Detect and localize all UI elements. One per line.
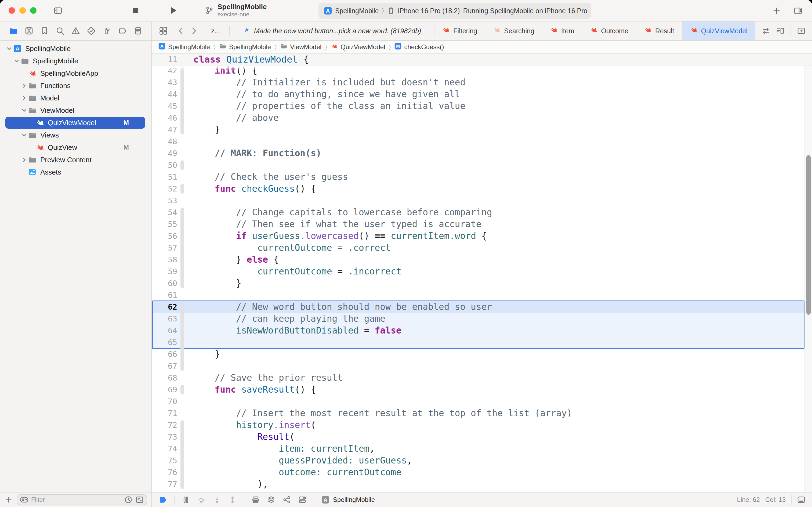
line-number[interactable]: 58 [152, 255, 177, 264]
code-line-77[interactable]: 77 ), [152, 478, 805, 490]
sidebar-item-preview-content[interactable]: Preview Content [0, 154, 152, 166]
breadcrumb-item-viewmodel[interactable]: ViewModel [280, 43, 322, 51]
code-line-74[interactable]: 74 item: currentItem, [152, 443, 805, 455]
sidebar-item-model[interactable]: Model [0, 92, 152, 104]
code-line-73[interactable]: 73 Result( [152, 431, 805, 443]
disclosure-chevron-icon[interactable] [20, 83, 28, 88]
code-line-63[interactable]: 63 // can keep playing the game [152, 313, 805, 325]
code-line-52[interactable]: 52 func checkGuess() { [152, 183, 805, 195]
line-number[interactable]: 61 [152, 291, 177, 300]
sidebar-item-quizview[interactable]: QuizViewM [0, 141, 152, 154]
issue-navigator-icon[interactable] [70, 25, 81, 37]
line-number[interactable]: 77 [152, 480, 177, 489]
line-number[interactable]: 62 [152, 302, 177, 312]
disclosure-chevron-icon[interactable] [20, 157, 28, 163]
breakpoints-toggle-icon[interactable] [159, 496, 167, 504]
running-process[interactable]: A SpellingMobile [321, 496, 375, 504]
step-out-icon[interactable] [228, 496, 237, 504]
line-number[interactable]: 65 [152, 338, 177, 347]
breadcrumb-item-spellingmobile[interactable]: SpellingMobile [219, 43, 271, 51]
sticky-scope-header[interactable]: 11class QuizViewModel { [152, 54, 812, 65]
close-window-button[interactable] [9, 7, 15, 14]
scrollbar-thumb[interactable] [806, 155, 811, 315]
sidebar-item-assets[interactable]: Assets [0, 166, 152, 178]
sidebar-item-spellingmobile[interactable]: ASpellingMobile [0, 43, 152, 55]
test-navigator-icon[interactable] [85, 25, 97, 37]
swap-editor-icon[interactable] [761, 26, 770, 35]
line-number[interactable]: 46 [152, 113, 177, 122]
tab-item[interactable]: Item [542, 21, 582, 40]
line-number[interactable]: 64 [152, 326, 177, 335]
sidebar-item-views[interactable]: Views [0, 129, 152, 141]
line-number[interactable]: 69 [152, 385, 177, 394]
add-editor-icon[interactable] [797, 26, 806, 35]
breadcrumb-item-spellingmobile[interactable]: ASpellingMobile [159, 43, 210, 51]
line-number[interactable]: 56 [152, 231, 177, 241]
code-line-46[interactable]: 46 // above [152, 112, 805, 124]
disclosure-chevron-icon[interactable] [20, 132, 28, 138]
tab-quizviewmodel[interactable]: QuizViewModel [682, 21, 755, 40]
run-button[interactable] [165, 3, 180, 18]
code-line-62[interactable]: 62 // New word button should now be enab… [152, 301, 805, 313]
toggle-left-sidebar-icon[interactable] [51, 3, 65, 18]
line-number[interactable]: 74 [152, 444, 177, 453]
editor-options-icon[interactable] [776, 26, 785, 35]
line-number[interactable]: 68 [152, 373, 177, 382]
line-number[interactable]: 57 [152, 243, 177, 252]
code-line-71[interactable]: 71 // Insert the most recent result at t… [152, 407, 805, 419]
code-line-70[interactable]: 70 [152, 396, 805, 407]
line-number[interactable]: 50 [152, 161, 177, 170]
sidebar-item-quizviewmodel[interactable]: QuizViewModelM [0, 117, 152, 129]
line-number[interactable]: 59 [152, 267, 177, 276]
toggle-inspector-icon[interactable] [791, 3, 806, 18]
line-number[interactable]: 67 [152, 361, 177, 371]
line-number[interactable]: 63 [152, 314, 177, 323]
stop-button[interactable] [128, 3, 143, 18]
code-line-49[interactable]: 49 // MARK: Function(s) [152, 148, 805, 159]
disclosure-chevron-icon[interactable] [5, 46, 13, 51]
source-editor[interactable]: 42 init() {43 // Initializer is included… [152, 54, 812, 492]
code-line-72[interactable]: 72 history.insert( [152, 419, 805, 431]
bookmark-navigator-icon[interactable] [39, 25, 51, 37]
line-number[interactable]: 48 [152, 137, 177, 146]
recent-files-icon[interactable] [124, 496, 133, 504]
code-line-57[interactable]: 57 currentOutcome = .correct [152, 242, 805, 254]
breakpoint-navigator-icon[interactable] [117, 25, 128, 37]
zoom-window-button[interactable] [30, 7, 37, 14]
code-line-47[interactable]: 47 } [152, 124, 805, 135]
code-line-50[interactable]: 50 [152, 159, 805, 171]
line-number[interactable]: 45 [152, 102, 177, 111]
related-items-icon[interactable] [159, 26, 168, 35]
code-line-65[interactable]: 65 [152, 336, 805, 348]
line-number[interactable]: 60 [152, 279, 177, 288]
filter-field[interactable]: Filter [17, 494, 147, 505]
tab-made-the-new-word-button-pick-[interactable]: #Made the new word button...pick a new w… [230, 21, 434, 40]
line-number[interactable]: 42 [152, 66, 177, 75]
sidebar-item-viewmodel[interactable]: ViewModel [0, 104, 152, 117]
scheme-selector[interactable]: A SpellingMobile 〉 iPhone 16 Pro (18.2) … [318, 3, 591, 19]
line-number[interactable]: 44 [152, 90, 177, 99]
line-number[interactable]: 70 [152, 397, 177, 406]
line-number[interactable]: 73 [152, 432, 177, 442]
view-hierarchy-icon[interactable] [251, 496, 260, 504]
code-line-42[interactable]: 42 init() { [152, 65, 805, 76]
tab-zview[interactable]: zView [204, 21, 229, 40]
editor-scrollbar[interactable] [805, 65, 812, 492]
line-number[interactable]: 47 [152, 125, 177, 134]
add-file-button[interactable] [4, 496, 13, 504]
sidebar-item-functions[interactable]: Functions [0, 79, 152, 92]
line-number[interactable]: 76 [152, 468, 177, 477]
code-line-68[interactable]: 68 // Save the prior result [152, 372, 805, 384]
code-line-43[interactable]: 43 // Initializer is included but doesn'… [152, 76, 805, 88]
code-line-69[interactable]: 69 func saveResult() { [152, 384, 805, 396]
line-number[interactable]: 53 [152, 196, 177, 205]
line-number[interactable]: 54 [152, 208, 177, 217]
add-tab-button[interactable] [769, 3, 784, 18]
go-forward-icon[interactable] [189, 26, 198, 35]
disclosure-chevron-icon[interactable] [20, 108, 28, 113]
filter-options-icon[interactable] [20, 496, 28, 504]
code-line-44[interactable]: 44 // to do anything, since we have give… [152, 88, 805, 100]
breadcrumb-item-checkguess-[interactable]: McheckGuess() [395, 43, 444, 51]
line-number[interactable]: 49 [152, 149, 177, 158]
code-line-51[interactable]: 51 // Check the user's guess [152, 171, 805, 183]
